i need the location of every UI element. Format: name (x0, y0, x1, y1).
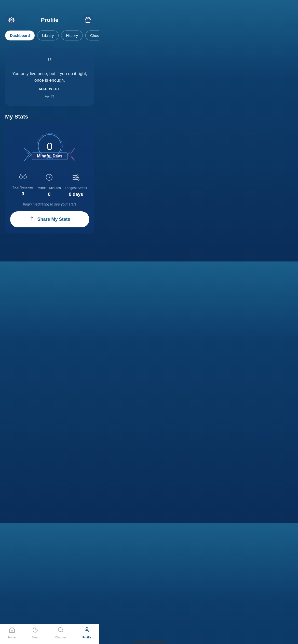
total-sessions-value: 0 (22, 191, 24, 197)
mindful-minutes-value: 0 (48, 192, 50, 197)
share-icon (29, 216, 35, 223)
svg-text:Mindful Days: Mindful Days (37, 154, 62, 158)
share-stats-button[interactable]: Share My Stats (10, 211, 89, 227)
tab-checkins[interactable]: Check-Ins (85, 31, 99, 40)
streak-icon (72, 173, 80, 183)
stats-card: 0 Mindful Days Total Sessions 0 (5, 124, 94, 233)
status-bar (0, 0, 99, 11)
quote-text: You only live once, but if you do it rig… (11, 70, 88, 83)
svg-line-13 (20, 174, 21, 176)
svg-point-21 (75, 177, 77, 178)
total-sessions-stat: Total Sessions 0 (12, 173, 34, 197)
mindful-minutes-label: Mindful Minutes (38, 186, 61, 190)
content: " You only live once, but if you do it r… (0, 46, 99, 261)
svg-point-12 (23, 176, 26, 178)
begin-text: begin meditating to see your stats (10, 202, 89, 206)
settings-button[interactable] (5, 14, 18, 26)
page-title: Profile (41, 17, 58, 23)
longest-streak-label: Longest Streak (65, 186, 87, 190)
gift-button[interactable] (82, 14, 94, 26)
quote-author: MAE WEST (11, 87, 88, 91)
mindful-minutes-stat: Mindful Minutes 0 (38, 173, 61, 197)
tab-history[interactable]: History (61, 31, 83, 40)
longest-streak-stat: Longest Streak 0 days (65, 173, 87, 197)
svg-point-24 (78, 179, 79, 180)
tab-dashboard[interactable]: Dashboard (5, 31, 35, 40)
share-btn-label: Share My Stats (37, 217, 70, 222)
stats-row: Total Sessions 0 Mindful Minutes 0 (10, 173, 89, 197)
tabs-container: Dashboard Library History Check-Ins (0, 31, 99, 46)
clock-icon (45, 173, 53, 183)
quote-marks-icon: " (11, 56, 88, 68)
my-stats-title: My Stats (5, 113, 94, 120)
longest-streak-value: 0 days (69, 192, 83, 197)
total-sessions-label: Total Sessions (12, 185, 34, 189)
svg-marker-3 (24, 148, 32, 161)
badge-container: 0 Mindful Days (10, 130, 89, 166)
sessions-icon (18, 173, 28, 182)
svg-line-14 (25, 174, 25, 176)
svg-line-17 (49, 177, 50, 178)
svg-text:0: 0 (47, 140, 52, 152)
quote-card: " You only live once, but if you do it r… (5, 48, 94, 106)
quote-date: Apr 21 (11, 94, 88, 98)
svg-point-0 (11, 19, 12, 21)
svg-point-19 (77, 175, 78, 176)
header: Profile (0, 11, 99, 31)
svg-point-11 (19, 176, 23, 178)
svg-marker-4 (67, 148, 75, 161)
tab-library[interactable]: Library (37, 31, 59, 40)
